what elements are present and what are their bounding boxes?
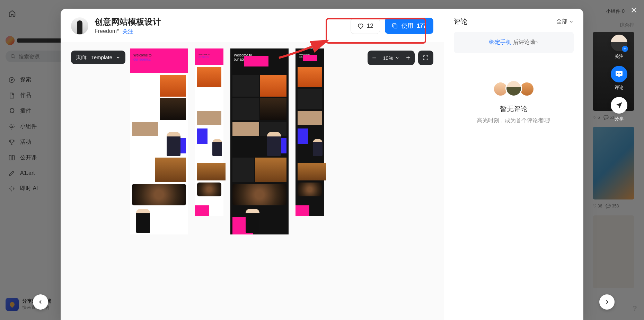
plus-icon: + [622, 46, 628, 52]
use-button[interactable]: 使用 177 [385, 18, 433, 34]
template-preview: Welcome toour agency. [195, 48, 223, 320]
comments-panel: 评论 全部 绑定手机 后评论呦~ 暂无评论 高光时刻，成为首个评论者吧! [444, 9, 583, 320]
close-button[interactable] [628, 4, 640, 16]
fullscreen-icon [423, 55, 429, 61]
no-comments: 暂无评论 高光时刻，成为首个评论者吧! [454, 81, 574, 124]
page-selector[interactable]: 页面: Template [71, 51, 125, 64]
modal-body: 页面: Template − 10% + [61, 42, 444, 320]
fullscreen-button[interactable] [418, 51, 433, 65]
empty-sub: 高光时刻，成为首个评论者吧! [477, 117, 550, 124]
chevron-right-icon [604, 299, 610, 305]
avatar-cluster [494, 81, 533, 98]
template-preview: Welcome toour agency. [295, 48, 324, 320]
next-button[interactable] [599, 294, 615, 310]
author-avatar-small[interactable]: + [611, 35, 627, 51]
float-label: 分享 [615, 116, 624, 122]
zoom-in-button[interactable]: + [402, 51, 415, 65]
copy-icon [392, 23, 398, 29]
chevron-down-icon [116, 55, 121, 60]
chevron-down-icon [395, 56, 399, 60]
zoom-controls: − 10% + [368, 51, 433, 65]
chat-icon [615, 70, 623, 78]
like-button[interactable]: 12 [351, 18, 380, 34]
comments-filter[interactable]: 全部 [556, 18, 574, 25]
detail-modal: 创意网站模板设计 Freedom* 关注 12 使用 177 [61, 9, 583, 320]
comments-title: 评论 [454, 17, 468, 26]
template-preview: Welcome toour agency. [130, 48, 188, 320]
svg-point-3 [617, 73, 618, 74]
page-prefix: 页面: [76, 54, 88, 61]
send-icon [615, 101, 623, 109]
close-icon [630, 6, 638, 14]
modal-header: 创意网站模板设计 Freedom* 关注 12 使用 177 [61, 9, 444, 42]
chevron-down-icon [569, 19, 574, 24]
float-label: 关注 [615, 53, 624, 60]
filter-label: 全部 [556, 18, 567, 25]
svg-rect-6 [394, 25, 397, 28]
zoom-out-button[interactable]: − [368, 51, 381, 65]
canvas-area[interactable]: Welcome toour agency. Welcome toour a [61, 42, 444, 320]
modal-main: 创意网站模板设计 Freedom* 关注 12 使用 177 [61, 9, 444, 320]
help-button[interactable]: ? [633, 304, 637, 313]
page-value: Template [91, 54, 112, 60]
svg-point-5 [620, 73, 621, 74]
comment-prompt: 绑定手机 后评论呦~ [454, 32, 574, 53]
use-label: 使用 [402, 22, 413, 30]
author-name[interactable]: Freedom* [95, 28, 119, 35]
svg-point-4 [619, 73, 620, 74]
float-label: 评论 [615, 85, 624, 91]
zoom-value: 10% [383, 55, 393, 61]
template-preview: Welcome toour agency. [230, 48, 289, 320]
prompt-tail: 后评论呦~ [511, 39, 538, 45]
heart-icon [357, 23, 364, 29]
floating-share[interactable]: 分享 [611, 97, 627, 122]
prev-button[interactable] [33, 294, 48, 310]
resource-title: 创意网站模板设计 [95, 16, 161, 27]
author-avatar[interactable] [71, 17, 88, 35]
like-count: 12 [367, 23, 373, 29]
floating-follow[interactable]: + 关注 [611, 35, 627, 60]
bind-phone-link[interactable]: 绑定手机 [489, 39, 511, 45]
follow-link[interactable]: 关注 [122, 28, 133, 35]
floating-comment[interactable]: 评论 [611, 66, 627, 91]
floating-actions: + 关注 评论 分享 [611, 35, 627, 122]
zoom-dropdown[interactable]: 10% [381, 55, 402, 61]
use-count: 177 [417, 23, 426, 29]
chevron-left-icon [38, 299, 43, 305]
empty-title: 暂无评论 [500, 104, 528, 114]
